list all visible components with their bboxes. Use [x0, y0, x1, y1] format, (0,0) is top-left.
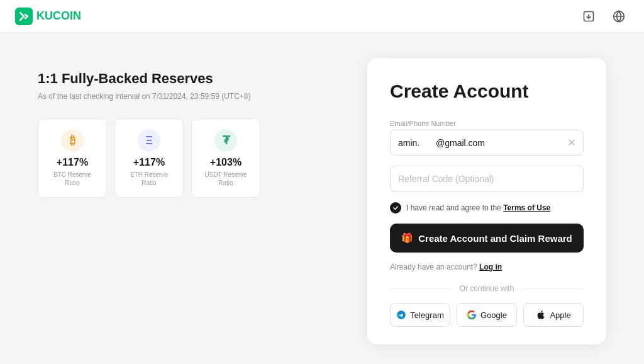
header-actions	[579, 6, 629, 26]
email-label: Email/Phone Number	[390, 120, 584, 127]
create-account-form: Create Account Email/Phone Number ✕ I ha…	[367, 58, 606, 344]
main-content: 1:1 Fully-Backed Reserves As of the last…	[0, 33, 644, 364]
usdt-icon: ₮	[214, 129, 237, 152]
logo: KUCOIN	[15, 8, 81, 25]
btc-percent: +117%	[51, 157, 94, 168]
email-input-wrapper: ✕	[390, 130, 584, 156]
referral-group	[390, 166, 584, 192]
download-icon	[582, 10, 595, 23]
create-btn-label: Create Account and Claim Reward	[418, 233, 572, 244]
kucoin-logo-icon	[15, 8, 33, 25]
reserve-cards: ₿ +117% BTC Reserve Ratio Ξ +117% ETH Re…	[38, 118, 330, 198]
reserves-subtitle: As of the last checking interval on 7/31…	[38, 92, 330, 101]
telegram-label: Telegram	[410, 310, 443, 320]
btc-label: BTC Reserve Ratio	[51, 171, 94, 187]
left-panel: 1:1 Fully-Backed Reserves As of the last…	[38, 58, 330, 344]
create-btn-icon: 🎁	[401, 232, 413, 244]
logo-text: KUCOIN	[36, 9, 81, 23]
referral-input[interactable]	[390, 166, 584, 192]
social-buttons: Telegram Google Apple	[390, 303, 584, 327]
divider-text: Or continue with	[460, 284, 514, 293]
usdt-label: USDT Reserve Ratio	[204, 171, 247, 187]
create-account-button[interactable]: 🎁 Create Account and Claim Reward	[390, 224, 584, 253]
telegram-button[interactable]: Telegram	[390, 303, 450, 327]
divider: Or continue with	[390, 284, 584, 293]
apple-icon	[536, 310, 546, 320]
google-button[interactable]: Google	[457, 303, 517, 327]
globe-icon	[613, 10, 625, 23]
terms-check-icon[interactable]	[390, 202, 401, 213]
language-button[interactable]	[609, 6, 629, 26]
header: KUCOIN	[0, 0, 644, 33]
terms-row: I have read and agree to the Terms of Us…	[390, 202, 584, 213]
eth-percent: +117%	[128, 157, 170, 168]
email-group: Email/Phone Number ✕	[390, 120, 584, 156]
eth-icon: Ξ	[138, 129, 160, 152]
email-input[interactable]	[398, 138, 436, 148]
google-label: Google	[480, 310, 507, 320]
login-link[interactable]: Log in	[479, 263, 502, 271]
divider-line-left	[390, 288, 452, 289]
email-domain-input[interactable]	[436, 138, 567, 148]
login-row: Already have an account? Log in	[390, 263, 584, 271]
eth-reserve-card: Ξ +117% ETH Reserve Ratio	[114, 118, 184, 198]
checkmark-icon	[392, 205, 399, 211]
divider-line-right	[521, 288, 584, 289]
usdt-reserve-card: ₮ +103% USDT Reserve Ratio	[191, 118, 260, 198]
btc-icon: ₿	[61, 129, 84, 152]
terms-link[interactable]: Terms of Use	[503, 203, 550, 212]
clear-email-icon[interactable]: ✕	[567, 137, 575, 149]
telegram-icon	[396, 310, 406, 320]
terms-text: I have read and agree to the Terms of Us…	[406, 203, 550, 212]
download-button[interactable]	[579, 6, 599, 26]
usdt-percent: +103%	[204, 157, 247, 168]
reserves-title: 1:1 Fully-Backed Reserves	[38, 71, 330, 87]
form-title: Create Account	[390, 81, 584, 102]
eth-label: ETH Reserve Ratio	[128, 171, 170, 187]
google-icon	[467, 310, 477, 320]
apple-button[interactable]: Apple	[523, 303, 584, 327]
apple-label: Apple	[550, 310, 570, 320]
btc-reserve-card: ₿ +117% BTC Reserve Ratio	[38, 118, 107, 198]
